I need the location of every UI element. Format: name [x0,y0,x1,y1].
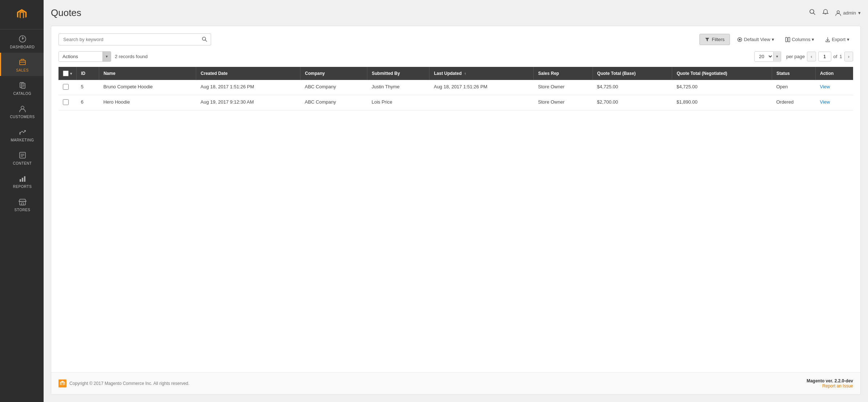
export-button[interactable]: Export ▾ [821,35,853,44]
th-checkbox: ▾ [58,67,77,80]
svg-line-24 [205,40,207,41]
sort-arrow-icon: ↑ [464,72,466,76]
actions-select[interactable]: Actions [59,52,102,61]
sidebar: Dashboard Sales [0,0,44,402]
svg-point-10 [21,106,24,109]
svg-rect-16 [22,178,23,182]
cell-quote-total-negotiated: $1,890.00 [672,95,772,110]
cell-checkbox [58,95,77,110]
toolbar-top: Filters Default View ▾ [58,33,853,45]
view-link[interactable]: View [820,84,830,89]
default-view-chevron: ▾ [772,37,774,42]
prev-page-button[interactable]: ‹ [807,52,816,61]
table-header-row: ▾ ID Name Created Date Company Submitted… [58,67,853,80]
sidebar-item-stores-label: Stores [15,208,31,212]
sidebar-item-content-label: Content [13,161,32,165]
th-created-date: Created Date [196,67,300,80]
actions-chevron-icon[interactable]: ▾ [102,52,111,61]
admin-menu[interactable]: admin ▾ [835,10,861,16]
cell-action: View [815,95,853,110]
cell-created-date: Aug 18, 2017 1:51:26 PM [196,80,300,95]
footer-copyright: Copyright © 2017 Magento Commerce Inc. A… [58,379,189,387]
cell-last-updated [429,95,534,110]
admin-label: admin [843,10,856,16]
per-page-label: per page [786,54,805,59]
sidebar-item-reports-label: Reports [13,185,32,189]
cell-checkbox [58,80,77,95]
row-checkbox[interactable] [63,99,69,105]
sidebar-logo [0,0,44,29]
cell-status: Ordered [772,95,816,110]
table-row: 6 Hero Hoodie Aug 19, 2017 9:12:30 AM AB… [58,95,853,110]
actions-left: Actions ▾ 2 records found [58,51,148,62]
actions-select-wrapper: Actions ▾ [58,51,111,62]
page-total: 1 [839,54,842,59]
sidebar-item-customers-label: Customers [10,115,35,119]
svg-rect-3 [20,60,25,65]
notifications-icon[interactable] [822,9,829,17]
default-view-button[interactable]: Default View ▾ [734,35,778,44]
card-body: Filters Default View ▾ [51,26,860,372]
export-chevron: ▾ [847,37,849,42]
svg-rect-15 [20,179,21,182]
customers-icon [18,104,27,113]
quotes-table: ▾ ID Name Created Date Company Submitted… [58,67,853,110]
admin-chevron-icon: ▾ [858,10,861,16]
sidebar-item-reports[interactable]: Reports [0,169,44,192]
sidebar-item-customers[interactable]: Customers [0,99,44,122]
svg-line-21 [813,13,815,15]
cell-quote-total-base: $2,700.00 [593,95,672,110]
search-button[interactable] [198,34,211,45]
view-link[interactable]: View [820,99,830,105]
cell-quote-total-negotiated: $4,725.00 [672,80,772,95]
top-bar-actions: admin ▾ [809,9,861,17]
cell-created-date: Aug 19, 2017 9:12:30 AM [196,95,300,110]
svg-rect-30 [58,379,66,387]
footer-version: Magento ver. 2.2.0-dev [807,378,853,383]
sidebar-item-dashboard[interactable]: Dashboard [0,29,44,53]
copyright-text: Copyright © 2017 Magento Commerce Inc. A… [69,381,189,386]
svg-rect-27 [786,37,787,42]
page-of-label: of [833,54,837,59]
row-checkbox[interactable] [63,84,69,90]
report-issue-link[interactable]: Report an Issue [822,383,853,389]
sidebar-item-stores[interactable]: Stores [0,192,44,216]
per-page-select[interactable]: 20 [755,52,773,61]
cell-name: Hero Hoodie [99,95,196,110]
th-last-updated[interactable]: Last Updated ↑ [429,67,534,80]
svg-rect-17 [24,176,25,182]
select-all-checkbox[interactable] [63,71,69,76]
columns-button[interactable]: Columns ▾ [782,35,818,44]
next-page-button[interactable]: › [844,52,853,61]
filters-button[interactable]: Filters [699,34,730,45]
sidebar-item-content[interactable]: Content [0,146,44,169]
svg-rect-18 [20,201,25,205]
search-icon[interactable] [809,9,816,17]
search-input[interactable] [59,34,198,45]
th-submitted-by: Submitted By [367,67,429,80]
records-count: 2 records found [115,54,148,59]
svg-point-26 [739,39,741,40]
sidebar-item-catalog-label: Catalog [13,92,32,96]
per-page-wrapper: 20 ▾ [754,51,781,62]
cell-company: ABC Company [300,80,367,95]
page-input[interactable] [818,52,831,61]
th-status: Status [772,67,816,80]
cell-id: 5 [77,80,99,95]
cell-submitted-by: Justin Thyme [367,80,429,95]
cell-id: 6 [77,95,99,110]
content-icon [18,151,27,160]
sidebar-item-marketing[interactable]: Marketing [0,122,44,146]
cell-status: Open [772,80,816,95]
th-quote-total-base: Quote Total (Base) [593,67,672,80]
th-id: ID [77,67,99,80]
footer-magento-logo [58,379,66,387]
cell-sales-rep: Store Owner [534,80,593,95]
sidebar-item-catalog[interactable]: Catalog [0,76,44,99]
per-page-chevron-icon[interactable]: ▾ [773,52,781,61]
svg-rect-28 [788,37,790,42]
sidebar-item-sales[interactable]: Sales [0,53,44,76]
select-all-chevron-icon[interactable]: ▾ [70,72,72,76]
top-bar: Quotes [51,7,861,19]
main-content: Quotes [44,0,868,402]
